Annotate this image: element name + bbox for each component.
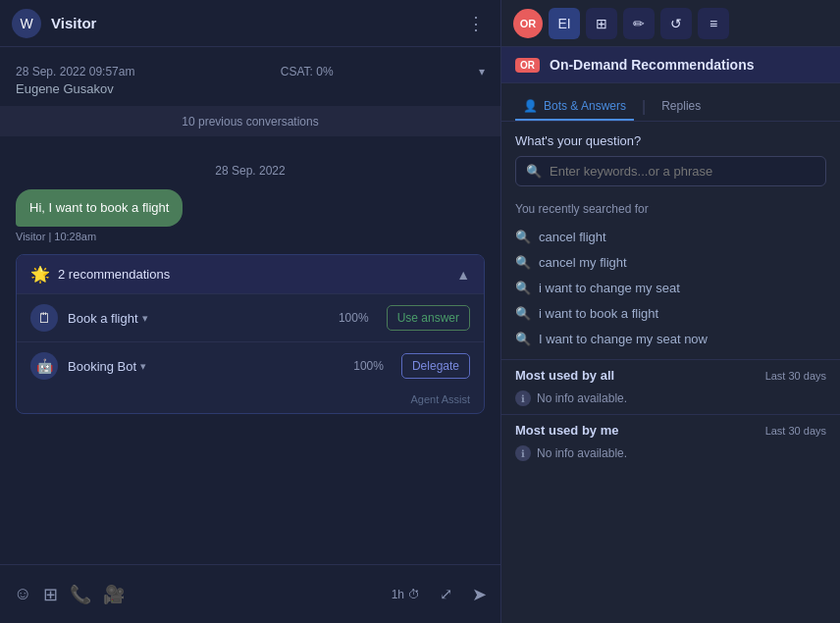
- search-input[interactable]: [550, 164, 815, 179]
- rec-doc-icon: 🗒: [30, 304, 58, 332]
- search-box: 🔍: [515, 156, 826, 186]
- or-header: OR On-Demand Recommendations: [501, 47, 840, 83]
- most-used-me-section: Most used by me Last 30 days ℹ No info a…: [501, 414, 840, 469]
- tabs-row: 👤 Bots & Answers | Replies: [501, 83, 840, 122]
- rec-bot-icon: 🤖: [30, 352, 58, 380]
- most-used-me-title: Most used by me: [515, 423, 618, 438]
- visitor-bubble: Hi, I want to book a flight: [16, 189, 183, 227]
- options-icon[interactable]: ⋮: [463, 9, 489, 38]
- tab-replies[interactable]: Replies: [654, 93, 709, 121]
- recent-item-0[interactable]: 🔍 cancel flight: [515, 224, 826, 249]
- doc-top-icon[interactable]: ≡: [698, 8, 729, 39]
- rec-percent-1: 100%: [353, 359, 384, 373]
- most-used-all-header: Most used by all Last 30 days: [515, 368, 826, 383]
- recent-search-icon-1: 🔍: [515, 254, 531, 270]
- conv-date: 28 Sep. 2022 09:57am: [16, 65, 134, 78]
- or-panel-title: On-Demand Recommendations: [550, 57, 754, 73]
- ei-top-icon[interactable]: EI: [549, 8, 580, 39]
- use-answer-button[interactable]: Use answer: [387, 305, 470, 331]
- bubble-meta: Visitor | 10:28am: [16, 231, 485, 242]
- date-divider: 28 Sep. 2022: [16, 164, 485, 178]
- recently-section: You recently searched for 🔍 cancel fligh…: [501, 194, 840, 359]
- most-used-all-section: Most used by all Last 30 days ℹ No info …: [501, 359, 840, 414]
- sun-icon: 🌟: [30, 265, 50, 284]
- recent-text-1: cancel my flight: [539, 255, 627, 270]
- info-icon-me: ℹ: [515, 445, 531, 461]
- most-used-me-empty: ℹ No info available.: [515, 445, 826, 461]
- conversation-item[interactable]: 28 Sep. 2022 09:57am CSAT: 0% ▾ Eugene G…: [0, 55, 500, 107]
- agent-assist-label: Agent Assist: [17, 389, 484, 413]
- recent-search-icon-4: 🔍: [515, 331, 531, 346]
- tab-bots-answers[interactable]: 👤 Bots & Answers: [515, 93, 634, 121]
- phone-icon[interactable]: 📞: [70, 584, 91, 605]
- edit-top-icon[interactable]: ✏: [623, 8, 655, 39]
- recent-text-2: i want to change my seat: [539, 281, 680, 295]
- recent-item-2[interactable]: 🔍 i want to change my seat: [515, 275, 826, 300]
- tab-divider: |: [642, 98, 646, 116]
- recent-text-3: i want to book a flight: [539, 306, 658, 321]
- info-icon-all: ℹ: [515, 390, 531, 406]
- recent-item-1[interactable]: 🔍 cancel my flight: [515, 249, 826, 275]
- search-area: What's your question? 🔍: [501, 122, 840, 194]
- or-badge: OR: [515, 58, 540, 73]
- send-icon[interactable]: ➤: [472, 584, 487, 605]
- recent-search-icon-0: 🔍: [515, 229, 531, 244]
- expand-icon[interactable]: ⤢: [440, 585, 452, 603]
- recent-text-4: I want to change my seat now: [539, 332, 708, 346]
- recommendations-card: 🌟 2 recommendations ▲ 🗒 Book a flight ▾ …: [16, 254, 485, 414]
- rec-header[interactable]: 🌟 2 recommendations ▲: [17, 255, 484, 293]
- conv-csat: CSAT: 0%: [281, 65, 334, 78]
- most-used-all-empty: ℹ No info available.: [515, 390, 826, 406]
- conv-expand-icon: ▾: [479, 65, 485, 78]
- bottom-bar: ☺ ⊞ 📞 🎥 1h ⏱ ⤢ ➤: [0, 564, 500, 623]
- rec-percent-0: 100%: [339, 311, 369, 325]
- delegate-button[interactable]: Delegate: [401, 353, 470, 379]
- most-used-me-period: Last 30 days: [765, 425, 826, 437]
- grid-top-icon[interactable]: ⊞: [586, 8, 617, 39]
- timer-icon: ⏱: [408, 588, 420, 601]
- most-used-all-title: Most used by all: [515, 368, 614, 383]
- recent-search-icon-3: 🔍: [515, 305, 531, 321]
- rec-chevron-icon: ▲: [456, 267, 470, 283]
- visitor-message-wrapper: Hi, I want to book a flight Visitor | 10…: [16, 189, 485, 242]
- recent-item-4[interactable]: 🔍 I want to change my seat now: [515, 326, 826, 351]
- right-panel: OR EI ⊞ ✏ ↺ ≡ OR On-Demand Recommendatio…: [500, 0, 840, 623]
- or-top-icon[interactable]: OR: [513, 9, 543, 38]
- top-bar: W Visitor ⋮: [0, 0, 500, 47]
- emoji-icon[interactable]: ☺: [14, 584, 31, 604]
- conv-name: Eugene Gusakov: [16, 81, 485, 96]
- timer-value: 1h: [392, 588, 404, 601]
- rec-row-1: 🤖 Booking Bot ▾ 100% Delegate: [17, 341, 484, 389]
- chat-area: 28 Sep. 2022 Hi, I want to book a flight…: [0, 136, 500, 430]
- left-panel: W Visitor ⋮ 28 Sep. 2022 09:57am CSAT: 0…: [0, 0, 500, 623]
- visitor-title: Visitor: [51, 15, 463, 31]
- most-used-me-header: Most used by me Last 30 days: [515, 423, 826, 438]
- bots-tab-icon: 👤: [523, 99, 538, 113]
- rec-count-label: 2 recommendations: [58, 267, 170, 282]
- what-question-label: What's your question?: [515, 133, 826, 148]
- rec-item-chevron-icon-1: ▾: [140, 360, 146, 373]
- rec-label-1: Booking Bot ▾: [68, 359, 343, 374]
- right-top-icons: OR EI ⊞ ✏ ↺ ≡: [501, 0, 840, 47]
- image-icon[interactable]: ⊞: [43, 584, 58, 605]
- rec-item-chevron-icon: ▾: [142, 312, 148, 325]
- rec-header-left: 🌟 2 recommendations: [30, 265, 170, 284]
- most-used-all-period: Last 30 days: [765, 370, 826, 382]
- conversations-area: 28 Sep. 2022 09:57am CSAT: 0% ▾ Eugene G…: [0, 47, 500, 564]
- video-icon[interactable]: 🎥: [103, 584, 125, 605]
- rec-row-0: 🗒 Book a flight ▾ 100% Use answer: [17, 293, 484, 341]
- app-logo: W: [12, 9, 41, 38]
- recent-item-3[interactable]: 🔍 i want to book a flight: [515, 300, 826, 326]
- recent-text-0: cancel flight: [539, 230, 606, 244]
- timer-badge: 1h ⏱: [392, 588, 420, 601]
- recent-search-icon-2: 🔍: [515, 280, 531, 295]
- rec-label-0: Book a flight ▾: [68, 311, 329, 326]
- prev-conversations-bar[interactable]: 10 previous conversations: [0, 107, 500, 136]
- search-icon: 🔍: [526, 164, 542, 179]
- right-scrollable: What's your question? 🔍 You recently sea…: [501, 122, 840, 623]
- recently-title: You recently searched for: [515, 202, 826, 216]
- history-top-icon[interactable]: ↺: [660, 8, 692, 39]
